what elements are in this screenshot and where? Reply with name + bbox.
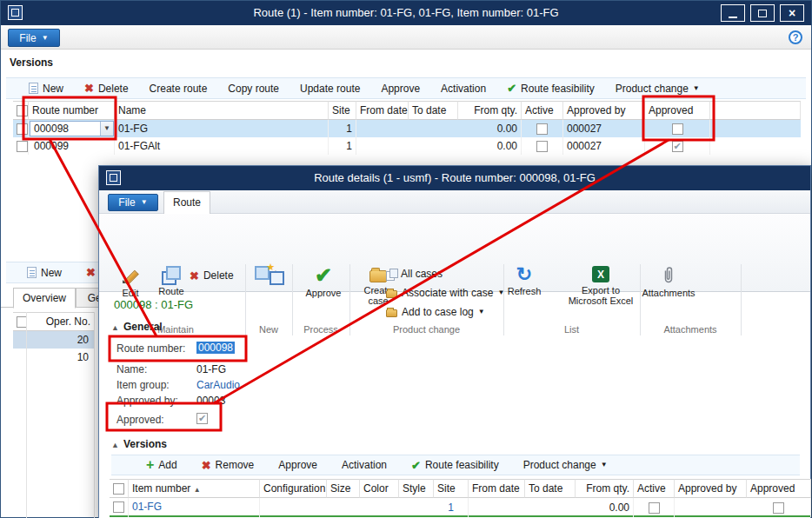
column-to-date[interactable]: To date [409, 101, 458, 120]
row-select-cell[interactable] [13, 137, 29, 155]
approve-button[interactable]: Approve [381, 83, 420, 95]
export-excel-button[interactable]: X Export to Microsoft Excel [562, 266, 640, 306]
select-all-checkbox[interactable] [17, 105, 28, 116]
column-from-qty[interactable]: From qty. [458, 101, 522, 120]
name-value[interactable]: 01-FG [196, 363, 226, 375]
associate-with-case-menu[interactable]: Associate with case ▼ [386, 287, 504, 299]
cell-approved-by[interactable]: 000027 [563, 120, 645, 137]
approve-button[interactable]: Approve [278, 459, 317, 471]
cell-approved[interactable] [747, 498, 811, 517]
active-checkbox[interactable] [536, 123, 548, 135]
copy-route-button[interactable]: Copy route [228, 83, 279, 95]
cell-approved[interactable] [645, 120, 710, 137]
column-active[interactable]: Active [522, 101, 563, 120]
cell-site[interactable]: 1 [434, 498, 469, 517]
column-size[interactable]: Size [327, 479, 360, 498]
general-section-header[interactable]: General [123, 321, 163, 333]
cell-active[interactable] [522, 120, 563, 137]
approved-field[interactable] [196, 412, 208, 424]
minimize-button[interactable] [721, 4, 745, 22]
column-color[interactable]: Color [360, 479, 399, 498]
edit-button[interactable]: Edit [113, 268, 148, 298]
close-button[interactable]: × [780, 4, 804, 22]
column-to-date[interactable]: To date [525, 479, 576, 498]
refresh-button[interactable]: ↻ Refresh [503, 266, 546, 296]
activation-button[interactable]: Activation [441, 83, 486, 95]
update-route-button[interactable]: Update route [300, 83, 360, 95]
column-from-qty[interactable]: From qty. [576, 479, 634, 498]
cell-from-qty[interactable]: 0.00 [576, 498, 634, 517]
select-all-header[interactable] [13, 101, 29, 120]
operations-new-button[interactable]: New [27, 267, 62, 279]
row-select-cell[interactable] [110, 498, 129, 517]
approve-button[interactable]: ✔ Approve [301, 266, 346, 298]
route-number-field[interactable]: 000098 [196, 342, 235, 354]
route-new-button[interactable]: ★ Route [249, 266, 290, 279]
cell-oper-no[interactable]: 10 [27, 349, 95, 366]
tab-route[interactable]: Route [163, 191, 210, 214]
approved-checkbox[interactable] [773, 502, 784, 514]
column-site[interactable]: Site [434, 479, 469, 498]
operations-select-all-header[interactable] [13, 312, 27, 331]
column-route-number[interactable]: Route number [29, 101, 115, 120]
cell-active[interactable] [634, 498, 675, 517]
add-to-case-log-menu[interactable]: Add to case log ▼ [386, 306, 485, 318]
cell-from-qty[interactable]: 0.00 [458, 137, 522, 155]
route-feasibility-button[interactable]: ✔Route feasibility [411, 459, 499, 471]
cell-name[interactable]: 01-FGAlt [115, 137, 329, 155]
route-maintain-button[interactable]: Route [151, 266, 191, 296]
route-number-combo[interactable]: 000098 ▼ [30, 121, 114, 136]
create-route-button[interactable]: Create route [150, 83, 208, 95]
cell-approved[interactable] [645, 137, 710, 155]
attachments-button[interactable]: Attachments [635, 266, 702, 298]
column-name[interactable]: Name [115, 101, 329, 120]
cell-approved-by[interactable]: 000027 [563, 137, 645, 155]
help-icon[interactable]: ? [789, 30, 802, 44]
row-select-cell[interactable] [13, 120, 29, 137]
tab-overview[interactable]: Overview [13, 288, 76, 309]
approved-checkbox[interactable] [196, 413, 208, 424]
file-menu-button[interactable]: File ▼ [108, 194, 158, 211]
file-menu-button[interactable]: File ▼ [8, 29, 60, 47]
column-active[interactable]: Active [634, 479, 675, 498]
column-approved[interactable]: Approved [747, 479, 811, 498]
row-checkbox[interactable] [113, 501, 124, 513]
delete-button[interactable]: ✖ Delete [190, 269, 234, 282]
all-cases-button[interactable]: All cases [386, 268, 443, 280]
column-item-number[interactable]: Item number ▲ [129, 479, 260, 498]
cell-oper-no[interactable]: 20 [27, 331, 95, 349]
column-site[interactable]: Site [329, 101, 356, 120]
cell-site[interactable]: 1 [329, 137, 356, 155]
approved-checkbox[interactable] [672, 141, 683, 152]
cell-route-number[interactable]: 000099 [29, 137, 115, 155]
row-checkbox[interactable] [17, 123, 28, 135]
maximize-button[interactable] [750, 4, 775, 22]
item-group-link[interactable]: CarAudio [196, 379, 240, 391]
column-configuration[interactable]: Configuration [260, 479, 327, 498]
cell-name[interactable]: 01-FG [115, 120, 329, 137]
approved-by-value[interactable]: 00003 [196, 395, 225, 407]
select-all-checkbox[interactable] [113, 483, 124, 495]
combo-dropdown-button[interactable]: ▼ [100, 122, 113, 136]
row-checkbox[interactable] [17, 141, 28, 152]
versions-section-header[interactable]: Versions [123, 438, 167, 450]
column-from-date[interactable]: From date [356, 101, 409, 120]
column-style[interactable]: Style [399, 479, 434, 498]
add-button[interactable]: +Add [146, 458, 177, 472]
column-oper-no[interactable]: Oper. No. [27, 312, 95, 331]
column-from-date[interactable]: From date [469, 479, 525, 498]
remove-button[interactable]: ✖Remove [202, 459, 255, 471]
general-collapse-icon[interactable]: ▲ [111, 323, 119, 332]
product-change-menu[interactable]: Product change▼ [523, 459, 608, 471]
column-approved-by[interactable]: Approved by [563, 101, 645, 120]
cell-active[interactable] [522, 137, 563, 155]
cell-from-qty[interactable]: 0.00 [458, 120, 522, 137]
cell-item-number[interactable]: 01-FG [129, 498, 260, 517]
active-checkbox[interactable] [536, 141, 548, 152]
route-feasibility-button[interactable]: ✔Route feasibility [507, 83, 595, 95]
cell-site[interactable]: 1 [329, 120, 356, 137]
product-change-menu[interactable]: Product change▼ [616, 83, 700, 95]
new-button[interactable]: New [29, 83, 63, 95]
active-checkbox[interactable] [649, 502, 660, 514]
versions-collapse-icon[interactable]: ▲ [111, 441, 119, 449]
